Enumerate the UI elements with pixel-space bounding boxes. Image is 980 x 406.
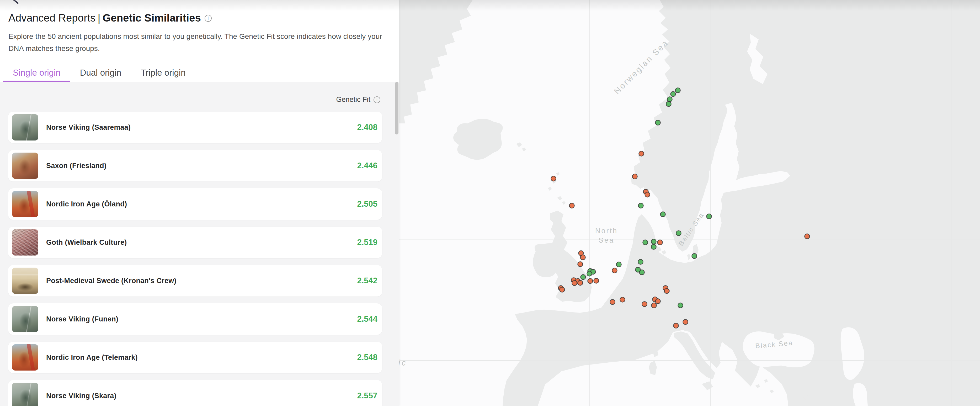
genetic-fit-score: 2.542 — [357, 276, 377, 286]
population-thumbnail — [12, 191, 38, 217]
map-marker-green[interactable] — [671, 92, 676, 97]
tab-single-origin[interactable]: Single origin — [3, 65, 70, 82]
map-marker-green[interactable] — [692, 254, 697, 259]
genetic-fit-header: Genetic Fit i — [336, 96, 380, 104]
map-marker-orange[interactable] — [665, 289, 670, 294]
map-marker-orange[interactable] — [612, 268, 617, 273]
map-marker-green[interactable] — [655, 120, 660, 125]
genetic-fit-score: 2.544 — [357, 314, 377, 324]
map-marker-orange[interactable] — [655, 299, 660, 304]
map-marker-orange[interactable] — [588, 279, 593, 284]
map-marker-orange[interactable] — [642, 302, 647, 307]
map-marker-green[interactable] — [616, 262, 621, 267]
list-scrollbar-thumb[interactable] — [395, 82, 398, 134]
map-marker-orange[interactable] — [620, 297, 625, 302]
map-marker-orange[interactable] — [652, 303, 657, 308]
map-marker-green[interactable] — [675, 88, 681, 93]
tab-label: Dual origin — [80, 68, 121, 78]
origin-tabs: Single originDual originTriple origin — [3, 65, 196, 82]
sea-label: North — [595, 227, 618, 235]
map-marker-green[interactable] — [660, 212, 665, 217]
population-list-section: Genetic Fit i Norse Viking (Saaremaa) 2.… — [0, 82, 399, 406]
sea-label: Sea — [598, 237, 614, 244]
map-marker-green[interactable] — [638, 203, 643, 208]
map-marker-green[interactable] — [667, 97, 672, 102]
map-marker-green[interactable] — [707, 214, 712, 219]
population-list: Norse Viking (Saaremaa) 2.408 Saxon (Fri… — [8, 112, 382, 406]
page-title: Advanced Reports|Genetic Similaritiesi — [8, 12, 212, 24]
list-item[interactable]: Nordic Iron Age (Öland) 2.505 — [8, 188, 382, 220]
map-marker-green[interactable] — [666, 102, 671, 107]
page-description: Explore the 50 ancient populations most … — [8, 30, 382, 54]
map-marker-orange[interactable] — [632, 174, 638, 179]
genetic-fit-score: 2.446 — [357, 161, 377, 170]
population-name: Saxon (Friesland) — [46, 162, 107, 170]
population-name: Norse Viking (Funen) — [46, 315, 118, 323]
map-marker-green[interactable] — [640, 270, 644, 275]
map-marker-orange[interactable] — [551, 176, 556, 181]
title-regular: Advanced Reports — [8, 12, 95, 24]
map-marker-orange[interactable] — [594, 278, 599, 283]
tab-dual-origin[interactable]: Dual origin — [70, 65, 131, 82]
map-marker-green[interactable] — [651, 245, 656, 249]
title-info-icon[interactable]: i — [205, 15, 212, 22]
map-marker-orange[interactable] — [578, 280, 583, 286]
population-thumbnail — [12, 114, 38, 141]
map-marker-orange[interactable] — [805, 234, 810, 239]
genetic-fit-label: Genetic Fit — [336, 96, 371, 104]
genetic-fit-info-icon[interactable]: i — [374, 96, 380, 103]
map-marker-green[interactable] — [643, 240, 648, 245]
map-marker-orange[interactable] — [658, 240, 663, 245]
map-marker-orange[interactable] — [683, 320, 688, 324]
map-marker-green[interactable] — [678, 303, 683, 308]
population-thumbnail — [12, 268, 38, 294]
map-marker-orange[interactable] — [560, 287, 565, 292]
list-item[interactable]: Post-Medieval Swede (Kronan's Crew) 2.54… — [8, 265, 382, 296]
genetic-fit-score: 2.557 — [357, 391, 377, 401]
map-marker-green[interactable] — [676, 231, 681, 236]
map-marker-green[interactable] — [587, 271, 592, 276]
genetic-fit-score: 2.505 — [357, 199, 377, 209]
tab-label: Triple origin — [141, 68, 185, 78]
population-name: Norse Viking (Saaremaa) — [46, 123, 130, 131]
population-thumbnail — [12, 383, 38, 406]
genetic-fit-score: 2.519 — [357, 238, 377, 247]
list-item[interactable]: Norse Viking (Saaremaa) 2.408 — [8, 112, 382, 143]
map-marker-orange[interactable] — [610, 300, 615, 305]
list-item[interactable]: Goth (Wielbark Culture) 2.519 — [8, 227, 382, 258]
population-name: Nordic Iron Age (Öland) — [46, 200, 127, 208]
map-marker-green[interactable] — [651, 239, 656, 244]
map-marker-orange[interactable] — [581, 255, 585, 260]
map-marker-green[interactable] — [581, 275, 586, 280]
map-marker-green[interactable] — [638, 259, 643, 264]
population-name: Post-Medieval Swede (Kronan's Crew) — [46, 277, 177, 285]
list-item[interactable]: Saxon (Friesland) 2.446 — [8, 150, 382, 181]
list-item[interactable]: Norse Viking (Funen) 2.544 — [8, 303, 382, 335]
genetic-fit-score: 2.408 — [357, 123, 377, 132]
population-thumbnail — [12, 344, 38, 371]
list-item[interactable]: Nordic Iron Age (Telemark) 2.548 — [8, 342, 382, 373]
tab-triple-origin[interactable]: Triple origin — [131, 65, 195, 82]
map-marker-orange[interactable] — [639, 151, 644, 156]
genetic-fit-score: 2.548 — [357, 353, 377, 362]
map-marker-orange[interactable] — [570, 203, 574, 208]
description-line2: DNA matches these groups. — [8, 45, 100, 53]
population-thumbnail — [12, 153, 38, 179]
title-bold: Genetic Similarities — [103, 12, 201, 24]
tab-label: Single origin — [13, 68, 60, 78]
panel-header: Advanced Reports|Genetic Similaritiesi E… — [0, 0, 399, 82]
map-marker-orange[interactable] — [645, 192, 650, 197]
population-name: Nordic Iron Age (Telemark) — [46, 353, 138, 361]
map-marker-orange[interactable] — [578, 262, 583, 267]
map-marker-orange[interactable] — [572, 281, 577, 286]
population-thumbnail — [12, 306, 38, 332]
map-marker-orange[interactable] — [674, 323, 679, 328]
title-separator: | — [95, 12, 103, 24]
list-item[interactable]: Norse Viking (Skara) 2.557 — [8, 380, 382, 406]
population-thumbnail — [12, 229, 38, 256]
population-name: Norse Viking (Skara) — [46, 392, 116, 400]
description-line1: Explore the 50 ancient populations most … — [8, 32, 382, 40]
population-name: Goth (Wielbark Culture) — [46, 238, 127, 246]
reports-panel: Advanced Reports|Genetic Similaritiesi E… — [0, 0, 399, 406]
genetic-similarities-page: Norwegian SeaNorthSeaBaltic SeaBlack Sea… — [0, 0, 980, 406]
